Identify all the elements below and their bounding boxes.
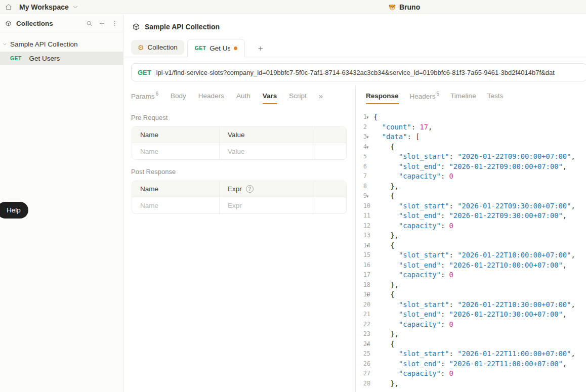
code-text: "capacity": 0 (373, 270, 586, 280)
column-header-actions (315, 127, 346, 143)
collection-title: Sample API Collection (145, 23, 220, 31)
top-bar: My Workspace Bruno (0, 0, 586, 14)
fold-arrow-icon[interactable]: ▾ (366, 339, 373, 350)
tab-script[interactable]: Script (289, 88, 307, 104)
code-line: 21 "slot_end": "2026-01-22T10:30:00+07:0… (356, 310, 586, 320)
code-line: 14▾ { (356, 241, 586, 251)
line-number: 5 (356, 152, 366, 162)
line-number: 13 (356, 231, 366, 241)
fold-arrow-icon[interactable]: ▾ (366, 290, 373, 300)
tab-response[interactable]: Response (366, 88, 399, 104)
tab-body[interactable]: Body (171, 88, 186, 104)
pre-request-table: Name Value (132, 126, 347, 160)
line-number: 21 (356, 310, 366, 320)
var-name-input[interactable] (140, 202, 211, 209)
code-line: 6 "slot_end": "2026-01-22T09:00:00+07:00… (356, 162, 586, 172)
collection-name: Sample API Collection (10, 40, 78, 48)
line-number: 9 (356, 191, 366, 201)
code-text: { (373, 142, 586, 152)
home-button[interactable] (5, 4, 12, 11)
app-brand: Bruno (389, 0, 420, 14)
code-line: 15 "slot_start": "2026-01-22T10:00:00+07… (356, 250, 586, 260)
create-collection-button[interactable] (99, 20, 105, 27)
fold-arrow-icon[interactable]: ▾ (366, 191, 373, 201)
code-text: "capacity": 0 (373, 221, 586, 231)
code-text: }, (373, 231, 586, 241)
bruno-dog-logo-icon (389, 4, 396, 11)
code-line: 20 "slot_start": "2026-01-22T10:30:00+07… (356, 300, 586, 310)
workspace-title: My Workspace (19, 3, 69, 11)
code-line: 7 "capacity": 0 (356, 171, 586, 182)
response-pane: Response Headers5 Timeline Tests 1▾{2 "c… (355, 85, 586, 392)
code-line: 28 }, (356, 379, 586, 389)
var-value-input[interactable] (228, 148, 307, 155)
var-name-input[interactable] (140, 148, 211, 155)
help-button[interactable]: Help (0, 202, 28, 219)
line-number: 15 (356, 250, 366, 260)
code-text: "data": [ (373, 132, 586, 142)
app-title: Bruno (399, 3, 420, 11)
tab-auth[interactable]: Auth (236, 88, 250, 104)
url-input[interactable]: ipi-v1/find-service-slots?company_id=019… (156, 69, 580, 76)
url-row: GET ipi-v1/find-service-slots?company_id… (124, 57, 586, 85)
tab-headers[interactable]: Headers (198, 88, 224, 104)
code-text: "capacity": 0 (373, 171, 586, 182)
collections-tree: Sample API Collection GET Get Users (0, 32, 123, 65)
code-line: 24▾ { (356, 339, 586, 350)
tab-params[interactable]: Params6 (131, 86, 158, 105)
tab-timeline[interactable]: Timeline (450, 88, 476, 104)
column-header-actions (315, 181, 346, 197)
code-line: 1▾{ (356, 112, 586, 122)
tab-response-headers[interactable]: Headers5 (410, 86, 440, 105)
code-line: 26 "slot_end": "2026-01-22T11:00:00+07:0… (356, 359, 586, 369)
code-line: 22 "capacity": 0 (356, 320, 586, 330)
code-line: 10 "slot_start": "2026-01-22T09:30:00+07… (356, 201, 586, 211)
workspace-switcher[interactable]: My Workspace (19, 3, 79, 11)
collection-cube-icon (132, 23, 140, 31)
tab-vars[interactable]: Vars (263, 88, 277, 104)
tab-request-active[interactable]: GET Get Us (187, 39, 245, 57)
code-line: 27 "capacity": 0 (356, 369, 586, 379)
code-line: 8 }, (356, 182, 586, 192)
fold-arrow-icon[interactable]: ▾ (366, 132, 373, 142)
code-text: "slot_end": "2026-01-22T09:00:00+07:00", (373, 162, 586, 172)
collections-menu-button[interactable] (111, 20, 118, 27)
code-text: "slot_end": "2026-01-22T09:30:00+07:00", (373, 211, 586, 221)
post-response-label: Post Response (131, 168, 355, 176)
fold-arrow-icon[interactable]: ▾ (366, 112, 373, 122)
var-expr-input[interactable] (228, 202, 307, 209)
new-tab-button[interactable]: + (258, 44, 263, 53)
column-header-expr: Expr (228, 185, 242, 193)
line-number: 7 (356, 171, 366, 182)
code-line: 19▾ { (356, 290, 586, 300)
fold-arrow-icon[interactable]: ▾ (366, 241, 373, 251)
search-collections-button[interactable] (86, 20, 93, 27)
tab-tests[interactable]: Tests (487, 88, 504, 104)
tab-collection-settings[interactable]: ⚙ Collection (131, 40, 184, 55)
request-tabs-row: ⚙ Collection GET Get Us + (124, 38, 586, 57)
fold-arrow-icon[interactable]: ▾ (366, 142, 373, 152)
code-text: }, (373, 379, 586, 389)
line-number: 12 (356, 221, 366, 231)
table-row (132, 143, 346, 159)
tree-item-request-selected[interactable]: GET Get Users (0, 52, 123, 65)
help-question-icon[interactable]: ? (246, 185, 254, 193)
code-line: 17 "capacity": 0 (356, 270, 586, 280)
tab-request-name: Get Us (210, 45, 230, 52)
line-number: 8 (356, 182, 366, 192)
collections-title: Collections (16, 20, 80, 27)
code-text: "slot_start": "2026-01-22T09:00:00+07:00… (373, 152, 586, 162)
line-number: 16 (356, 260, 366, 271)
url-bar[interactable]: GET ipi-v1/find-service-slots?company_id… (131, 63, 586, 81)
line-number: 14 (356, 241, 366, 251)
column-header-name: Name (140, 185, 158, 193)
code-text: "capacity": 0 (373, 320, 586, 330)
line-number: 24 (356, 339, 366, 350)
tree-item-collection[interactable]: Sample API Collection (0, 37, 123, 51)
response-pane-tabs: Response Headers5 Timeline Tests (356, 85, 586, 106)
pre-request-label: Pre Request (131, 114, 355, 121)
more-tabs-chevrons-icon[interactable]: » (319, 92, 323, 100)
dots-vertical-icon (111, 20, 118, 27)
post-response-table: Name Expr ? (132, 181, 347, 214)
code-line: 12 "capacity": 0 (356, 221, 586, 231)
